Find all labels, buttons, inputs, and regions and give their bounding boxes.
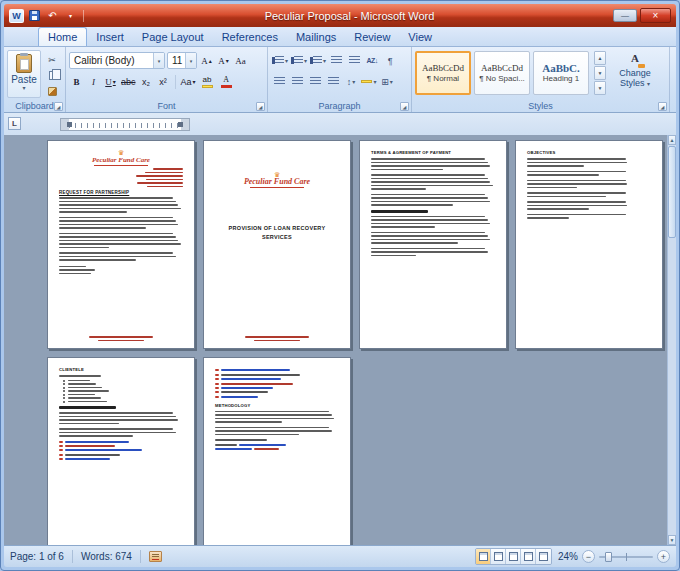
tab-review[interactable]: Review [345, 28, 399, 46]
styles-scroll-down-button[interactable]: ▼ [594, 66, 606, 80]
tab-home[interactable]: Home [38, 27, 87, 46]
text-line [371, 185, 493, 187]
change-styles-label-2: Styles ▾ [620, 78, 650, 88]
scrollbar-up-button[interactable]: ▲ [668, 135, 676, 145]
horizontal-ruler[interactable] [60, 118, 190, 131]
page-thumbnail-2[interactable]: ♛ Peculiar Fund Care PROVISION OF LOAN R… [203, 140, 351, 349]
format-painter-button[interactable] [43, 84, 61, 99]
close-button[interactable]: × [640, 8, 671, 23]
strikethrough-button[interactable]: abc [120, 74, 137, 90]
align-left-button[interactable] [271, 74, 287, 90]
zoom-slider[interactable] [599, 550, 653, 563]
sort-button[interactable]: AZ↓ [364, 53, 380, 69]
outline-view-button[interactable] [521, 549, 536, 564]
shrink-font-button[interactable]: A▾ [216, 53, 231, 69]
font-family-dropdown-icon[interactable]: ▾ [153, 53, 164, 68]
borders-button[interactable]: ⊞▾ [379, 74, 395, 90]
status-separator [72, 550, 73, 563]
multilevel-list-button[interactable]: ▾ [309, 53, 326, 69]
scrollbar-thumb[interactable] [668, 146, 676, 238]
clipboard-dialog-launcher[interactable]: ◢ [54, 102, 63, 111]
copy-button[interactable] [43, 68, 61, 83]
italic-button[interactable]: I [86, 74, 101, 90]
cut-button[interactable]: ✂ [43, 52, 61, 67]
superscript-button[interactable]: x² [156, 74, 171, 90]
word-app-icon[interactable]: W [9, 9, 24, 23]
line-spacing-button[interactable]: ↕▾ [343, 74, 359, 90]
style-heading-1[interactable]: AaBbC. Heading 1 [533, 51, 589, 95]
text-line [59, 224, 178, 226]
tab-references[interactable]: References [213, 28, 287, 46]
increase-indent-button[interactable] [346, 53, 362, 69]
find-button[interactable]: Editing [673, 50, 676, 75]
page-thumbnail-5[interactable]: CLIENTELE [47, 357, 195, 545]
text-highlight-button[interactable]: ab [199, 74, 216, 90]
list-text-bar [65, 454, 120, 456]
text-line [153, 168, 183, 170]
right-indent-marker[interactable] [178, 122, 183, 127]
tab-stop-selector[interactable]: L [8, 117, 21, 130]
bullets-button[interactable]: ▾ [271, 53, 288, 69]
scrollbar-down-button[interactable]: ▼ [668, 535, 676, 545]
page-thumbnail-4[interactable]: OBJECTIVES [515, 140, 663, 349]
print-layout-view-button[interactable] [476, 549, 491, 564]
align-center-button[interactable] [289, 74, 305, 90]
show-hide-button[interactable]: ¶ [382, 53, 398, 69]
paste-button[interactable]: Paste ▾ [7, 50, 41, 98]
subscript-button[interactable]: x₂ [139, 74, 154, 90]
justify-button[interactable] [325, 74, 341, 90]
decrease-indent-button[interactable] [328, 53, 344, 69]
font-color-bar [221, 85, 232, 88]
font-dialog-launcher[interactable]: ◢ [256, 102, 265, 111]
change-styles-button[interactable]: A Change Styles ▾ [611, 51, 659, 88]
proofing-status-icon[interactable] [149, 551, 162, 562]
font-size-combo[interactable]: 11 ▾ [167, 52, 197, 69]
style-normal[interactable]: AaBbCcDd ¶ Normal [415, 51, 471, 95]
styles-more-button[interactable]: ▼ [594, 81, 606, 95]
align-right-button[interactable] [307, 74, 323, 90]
zoom-out-button[interactable]: − [582, 550, 595, 563]
save-button[interactable] [27, 9, 42, 23]
zoom-level[interactable]: 24% [556, 551, 578, 562]
web-layout-view-button[interactable] [506, 549, 521, 564]
shading-button[interactable]: ▾ [361, 74, 377, 90]
qat-dropdown-icon[interactable]: ▾ [63, 9, 78, 23]
tab-mailings[interactable]: Mailings [287, 28, 345, 46]
undo-button[interactable]: ↶ [45, 9, 60, 23]
change-case-button[interactable]: Aa▾ [180, 74, 197, 90]
text-line [59, 428, 173, 430]
line-spacing-dropdown-icon: ▾ [352, 79, 355, 85]
styles-scroll-up-button[interactable]: ▲ [594, 51, 606, 65]
quick-access-toolbar: W ↶ ▾ [9, 9, 86, 23]
bold-button[interactable]: B [69, 74, 84, 90]
tab-insert[interactable]: Insert [87, 28, 133, 46]
grow-font-button[interactable]: A▴ [199, 53, 214, 69]
underline-button[interactable]: U▾ [103, 74, 118, 90]
editing-group: Editing [670, 47, 676, 112]
status-page-indicator[interactable]: Page: 1 of 6 [10, 551, 64, 562]
draft-view-button[interactable] [536, 549, 551, 564]
page-thumbnail-6[interactable]: METHODOLOGY [203, 357, 351, 545]
page-thumbnail-3[interactable]: TERMS & AGREEMENT OF PAYMENT [359, 140, 507, 349]
style-no-spacing[interactable]: AaBbCcDd ¶ No Spaci... [474, 51, 530, 95]
styles-dialog-launcher[interactable]: ◢ [658, 102, 667, 111]
paste-icon [16, 54, 32, 73]
paste-dropdown-arrow: ▾ [22, 85, 25, 91]
clear-formatting-button[interactable]: Aa [233, 53, 248, 69]
font-color-button[interactable]: A [218, 74, 235, 90]
text-line [371, 226, 435, 228]
page-thumbnail-1[interactable]: ♛ Peculiar Fund Care REQUEST FOR PARTNER… [47, 140, 195, 349]
full-screen-view-button[interactable] [491, 549, 506, 564]
zoom-in-button[interactable]: + [657, 550, 670, 563]
numbering-button[interactable]: ▾ [290, 53, 307, 69]
left-indent-marker[interactable] [67, 122, 72, 127]
font-family-combo[interactable]: Calibri (Body) ▾ [69, 52, 165, 69]
font-size-dropdown-icon[interactable]: ▾ [185, 53, 196, 68]
status-word-count[interactable]: Words: 674 [81, 551, 132, 562]
zoom-slider-thumb[interactable] [605, 552, 612, 562]
paragraph-dialog-launcher[interactable]: ◢ [400, 102, 409, 111]
tab-page-layout[interactable]: Page Layout [133, 28, 213, 46]
minimize-button[interactable]: — [613, 9, 637, 22]
vertical-scrollbar[interactable]: ▲ ▼ [667, 135, 676, 545]
tab-view[interactable]: View [399, 28, 441, 46]
